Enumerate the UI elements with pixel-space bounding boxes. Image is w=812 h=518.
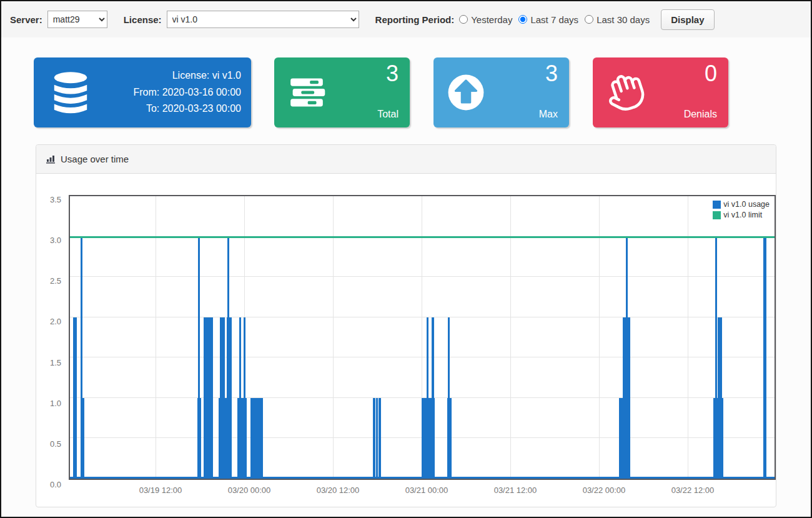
- reporting-period-group: Yesterday Last 7 days Last 30 days: [459, 14, 656, 25]
- y-axis-labels: 0.00.51.01.52.02.53.03.5: [41, 195, 69, 480]
- y-axis-tick-label: 1.5: [50, 357, 61, 367]
- radio-yesterday-input[interactable]: [459, 15, 468, 24]
- bar-chart-icon: [46, 154, 56, 164]
- gridline-vertical: [599, 196, 600, 479]
- gridline-vertical: [333, 196, 334, 479]
- denials-card: 0 Denials: [593, 57, 728, 127]
- usage-bar: [432, 317, 434, 479]
- x-axis-tick-label: 03/21 00:00: [405, 486, 448, 495]
- y-axis-tick-label: 3.5: [50, 195, 61, 204]
- servers-icon: [274, 57, 339, 127]
- gridline-vertical: [510, 196, 511, 479]
- usage-bar: [379, 398, 381, 479]
- to-line: To: 2020-03-23 00:00: [146, 101, 241, 117]
- display-button[interactable]: Display: [661, 9, 714, 30]
- gridline-vertical: [688, 196, 688, 479]
- x-axis-labels: 03/19 12:0003/20 00:0003/20 12:0003/21 0…: [74, 480, 781, 499]
- max-card: 3 Max: [433, 57, 569, 127]
- usage-bar: [448, 317, 450, 479]
- legend-item: vi v1.0 limit: [713, 210, 770, 221]
- usage-panel: Usage over time 0.00.51.01.52.02.53.03.5…: [36, 144, 776, 507]
- gridline-horizontal: [70, 357, 775, 357]
- legend-swatch: [713, 201, 721, 209]
- panel-title: Usage over time: [61, 154, 129, 164]
- summary-cards: License: vi v1.0 From: 2020-03-16 00:00 …: [34, 57, 811, 127]
- usage-bar: [227, 237, 229, 479]
- arrow-up-circle-icon: [433, 57, 498, 127]
- usage-bar: [81, 237, 82, 479]
- license-label: License:: [124, 14, 162, 25]
- radio-last-7-days-label: Last 7 days: [530, 14, 578, 25]
- plot-area: vi v1.0 usagevi v1.0 limit: [69, 195, 776, 480]
- total-value: 3: [386, 60, 399, 87]
- radio-yesterday-label: Yesterday: [471, 14, 512, 25]
- gridline-horizontal: [70, 317, 775, 317]
- usage-bar: [220, 317, 225, 479]
- radio-yesterday[interactable]: Yesterday: [459, 14, 512, 25]
- usage-bar: [373, 398, 375, 479]
- usage-bar: [73, 317, 77, 479]
- hand-stop-icon: [593, 57, 658, 127]
- x-axis-tick-label: 03/19 12:00: [139, 486, 182, 495]
- usage-panel-header: Usage over time: [36, 145, 776, 174]
- from-line: From: 2020-03-16 00:00: [133, 84, 241, 101]
- usage-bar: [763, 237, 766, 479]
- total-label: Total: [377, 109, 399, 120]
- radio-last-30-days-input[interactable]: [585, 15, 593, 24]
- usage-bar: [250, 398, 263, 479]
- legend-swatch: [713, 211, 721, 219]
- legend-label: vi v1.0 usage: [723, 199, 770, 210]
- license-info-text: License: vi v1.0 From: 2020-03-16 00:00 …: [107, 57, 251, 127]
- gridline-vertical: [156, 196, 156, 479]
- gridline-horizontal: [70, 276, 775, 277]
- y-axis-tick-label: 3.0: [50, 236, 61, 245]
- usage-bar: [376, 398, 378, 479]
- max-value: 3: [545, 60, 558, 87]
- max-card-text: 3 Max: [498, 57, 569, 127]
- usage-bar: [715, 237, 717, 479]
- database-icon: [34, 57, 107, 127]
- usage-bar: [718, 317, 722, 479]
- denials-value: 0: [705, 60, 717, 87]
- usage-bar: [626, 237, 628, 479]
- license-info-card: License: vi v1.0 From: 2020-03-16 00:00 …: [34, 57, 251, 127]
- radio-last-7-days-input[interactable]: [518, 15, 527, 24]
- usage-bar: [427, 317, 428, 479]
- limit-line: [70, 236, 775, 238]
- x-axis-tick-label: 03/22 12:00: [671, 486, 715, 495]
- y-axis-tick-label: 2.5: [50, 276, 61, 286]
- y-axis-tick-label: 1.0: [50, 398, 61, 407]
- server-label: Server:: [10, 14, 42, 25]
- usage-bar: [239, 317, 241, 479]
- total-card-text: 3 Total: [339, 57, 410, 127]
- chart-legend: vi v1.0 usagevi v1.0 limit: [711, 198, 771, 222]
- reporting-period-label: Reporting Period:: [375, 14, 455, 25]
- usage-bar: [198, 237, 200, 479]
- x-axis-tick-label: 03/20 00:00: [228, 486, 271, 495]
- denials-label: Denials: [684, 109, 717, 120]
- y-axis-tick-label: 0.0: [50, 480, 61, 489]
- radio-last-30-days[interactable]: Last 30 days: [585, 14, 650, 25]
- toolbar: Server: matt29 License: vi v1.0 Reportin…: [1, 1, 811, 37]
- radio-last-30-days-label: Last 30 days: [597, 14, 650, 25]
- usage-bar: [244, 317, 245, 479]
- x-axis-tick-label: 03/22 00:00: [583, 486, 626, 495]
- y-axis-tick-label: 0.5: [50, 439, 61, 448]
- y-axis-tick-label: 2.0: [50, 317, 61, 326]
- server-select[interactable]: matt29: [47, 11, 107, 28]
- usage-bar: [204, 317, 213, 479]
- denials-card-text: 0 Denials: [658, 57, 728, 127]
- x-axis-tick-label: 03/21 12:00: [494, 486, 537, 495]
- usage-chart: 0.00.51.01.52.02.53.03.5 vi v1.0 usagevi…: [36, 174, 776, 507]
- legend-item: vi v1.0 usage: [713, 199, 770, 210]
- license-select[interactable]: vi v1.0: [167, 11, 359, 28]
- license-line: License: vi v1.0: [172, 67, 241, 84]
- radio-last-7-days[interactable]: Last 7 days: [518, 14, 578, 25]
- legend-label: vi v1.0 limit: [723, 210, 762, 221]
- max-label: Max: [539, 109, 558, 120]
- total-card: 3 Total: [274, 57, 410, 127]
- x-axis-tick-label: 03/20 12:00: [317, 486, 360, 495]
